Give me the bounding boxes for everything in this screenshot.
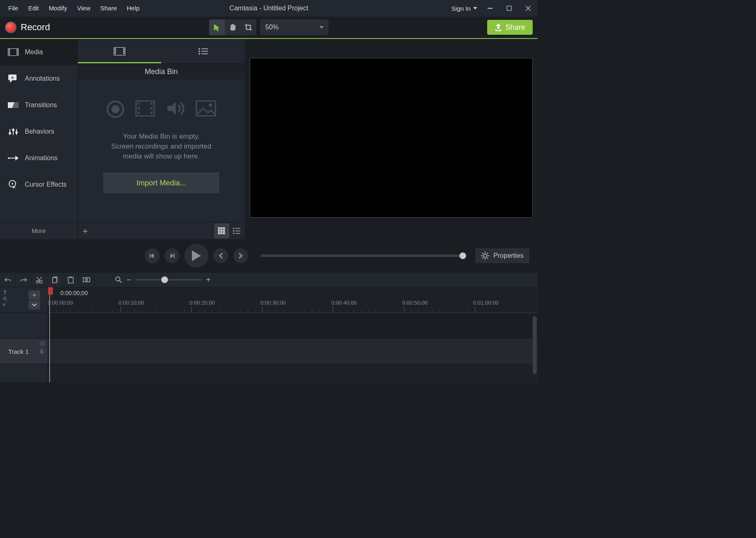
sidebar-item-cursor-effects[interactable]: Cursor Effects — [0, 171, 77, 198]
eye-icon[interactable] — [39, 341, 45, 346]
menu-modify[interactable]: Modify — [44, 0, 72, 17]
svg-marker-6 — [320, 26, 324, 29]
timeline: ＋ Track 1 0:00:00;00 0:00:00;000:00:10;0… — [0, 287, 538, 382]
svg-rect-89 — [53, 278, 57, 283]
close-button[interactable] — [519, 0, 538, 17]
undo-button[interactable] — [0, 272, 16, 287]
svg-point-101 — [3, 303, 5, 306]
bin-tab-library[interactable] — [161, 39, 245, 63]
sidebar-item-annotations[interactable]: a Annotations — [0, 65, 77, 92]
paste-button[interactable] — [63, 272, 79, 287]
svg-line-81 — [482, 253, 483, 254]
share-button[interactable]: Share — [487, 20, 533, 35]
next-clip-button[interactable] — [233, 248, 248, 263]
ruler-label: 0:00:50;00 — [402, 300, 428, 306]
lock-icon[interactable] — [39, 348, 44, 354]
svg-rect-51 — [151, 107, 153, 109]
prev-clip-button[interactable] — [213, 248, 228, 263]
grid-view-button[interactable] — [214, 223, 229, 238]
import-media-button[interactable]: Import Media... — [103, 173, 219, 193]
svg-line-84 — [487, 253, 488, 254]
svg-rect-35 — [123, 48, 124, 50]
redo-button[interactable] — [16, 272, 31, 287]
signin-button[interactable]: Sign In — [448, 5, 481, 12]
sidebar-item-media[interactable]: Media — [0, 39, 77, 65]
dot-icon[interactable] — [2, 303, 7, 306]
sidebar-item-animations[interactable]: Animations — [0, 145, 77, 171]
magnifier-icon[interactable] — [2, 296, 7, 301]
menu-edit[interactable]: Edit — [23, 0, 44, 17]
svg-marker-71 — [151, 253, 154, 258]
maximize-button[interactable] — [500, 0, 519, 17]
film-icon — [114, 47, 125, 55]
undo-icon — [4, 276, 12, 283]
playhead[interactable] — [49, 287, 50, 382]
playhead-handle-icon[interactable] — [48, 287, 53, 295]
timeline-zoom-slider[interactable] — [136, 279, 202, 281]
menu-help[interactable]: Help — [122, 0, 145, 17]
svg-rect-57 — [220, 227, 222, 229]
ruler-label: 0:00:00;00 — [48, 300, 73, 306]
media-bin-panel: Media Bin Your Media Bin is empty. Scree… — [78, 39, 245, 239]
svg-rect-43 — [201, 53, 208, 54]
grid-icon — [218, 227, 225, 235]
expand-tracks-button[interactable] — [29, 300, 40, 310]
list-view-button[interactable] — [229, 223, 244, 238]
minimize-button[interactable] — [481, 0, 500, 17]
svg-rect-2 — [507, 6, 512, 11]
seek-thumb[interactable] — [459, 252, 466, 259]
track-lane[interactable] — [48, 339, 538, 364]
chevron-down-icon — [32, 303, 37, 307]
copy-button[interactable] — [47, 272, 63, 287]
preview-canvas[interactable] — [250, 58, 533, 218]
sidebar-item-behaviors[interactable]: Behaviors — [0, 118, 77, 145]
svg-point-27 — [8, 157, 10, 159]
signin-label: Sign In — [451, 5, 471, 12]
share-label: Share — [505, 23, 525, 32]
timeline-tracks[interactable]: 0:00:00;00 0:00:00;000:00:10;000:00:20;0… — [48, 287, 538, 382]
menu-view[interactable]: View — [72, 0, 95, 17]
svg-point-95 — [116, 277, 120, 281]
add-media-button[interactable]: ＋ — [78, 222, 93, 240]
track-header[interactable]: Track 1 — [0, 339, 48, 364]
split-button[interactable] — [79, 272, 94, 287]
bin-tab-clips[interactable] — [78, 39, 161, 63]
step-forward-button[interactable] — [165, 248, 179, 263]
svg-rect-104 — [40, 351, 43, 353]
pin-icon[interactable] — [2, 290, 7, 295]
svg-marker-5 — [214, 24, 220, 31]
zoom-in-button[interactable]: + — [206, 275, 211, 285]
menu-share[interactable]: Share — [95, 0, 122, 17]
record-button[interactable]: Record — [5, 22, 50, 33]
canvas-zoom-select[interactable]: 50% — [261, 19, 329, 35]
sidebar-item-transitions[interactable]: Transitions — [0, 92, 77, 118]
film-icon — [135, 100, 155, 117]
pan-tool-button[interactable] — [225, 19, 241, 35]
select-tool-button[interactable] — [209, 19, 225, 35]
cut-button[interactable] — [31, 272, 47, 287]
svg-point-55 — [209, 103, 212, 107]
window-title: Camtasia - Untitled Project — [230, 5, 308, 12]
timeline-scrollbar[interactable] — [533, 316, 537, 374]
add-track-button[interactable]: ＋ — [29, 291, 40, 300]
zoom-thumb[interactable] — [161, 276, 168, 283]
timeline-ruler[interactable]: 0:00:00;000:00:10;000:00:20;000:00:30;00… — [48, 287, 538, 313]
svg-rect-62 — [218, 232, 220, 234]
svg-rect-32 — [115, 48, 116, 50]
transition-icon — [7, 101, 19, 110]
edit-toolbar: − + — [0, 272, 538, 287]
properties-button[interactable]: Properties — [475, 248, 529, 263]
seek-slider[interactable] — [261, 255, 463, 257]
play-button[interactable] — [184, 244, 208, 268]
menu-file[interactable]: File — [3, 0, 23, 17]
gear-icon — [481, 252, 489, 260]
sidebar-more-button[interactable]: More — [0, 222, 77, 239]
svg-point-38 — [199, 48, 200, 50]
split-icon — [83, 276, 90, 283]
step-back-button[interactable] — [145, 248, 160, 263]
svg-rect-10 — [9, 53, 10, 55]
speaker-icon — [166, 100, 185, 117]
ruler-label: 0:00:10;00 — [119, 300, 144, 306]
crop-tool-button[interactable] — [241, 19, 256, 35]
zoom-out-button[interactable]: − — [127, 275, 132, 285]
